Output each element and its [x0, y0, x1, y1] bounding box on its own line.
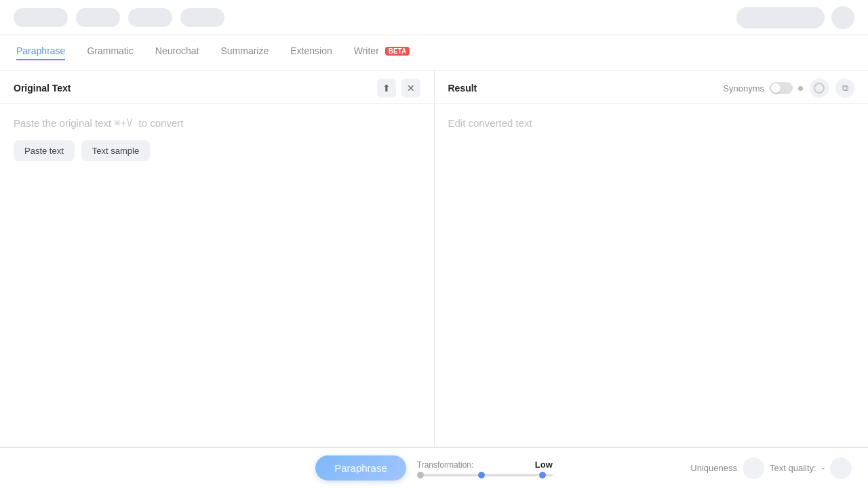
left-panel-header: Original Text ⬆ ✕ [0, 70, 434, 104]
placeholder-text-start: Paste the original text [14, 117, 111, 129]
original-text-panel: Original Text ⬆ ✕ Paste the original tex… [0, 70, 435, 447]
quality-label: Text quality: [770, 463, 816, 473]
clear-button[interactable]: ✕ [401, 79, 420, 98]
quality-value: - [822, 463, 825, 473]
right-header-actions: Synonyms ⧉ [723, 79, 854, 98]
circle-icon [814, 83, 825, 94]
nav-pill-2[interactable] [76, 8, 120, 27]
slider-dot-2 [478, 472, 485, 479]
right-panel-header: Result Synonyms ⧉ [435, 70, 869, 104]
transformation-slider[interactable] [417, 474, 553, 476]
right-panel-body[interactable]: Edit converted text [435, 104, 869, 447]
original-text-title: Original Text [14, 83, 71, 94]
slider-dot-1 [417, 472, 424, 479]
upload-icon: ⬆ [382, 83, 391, 94]
result-action-btn-1[interactable] [810, 79, 829, 98]
right-placeholder: Edit converted text [448, 117, 855, 129]
action-buttons: Paste text Text sample [14, 140, 420, 161]
toolbar-center: Paraphrase Transformation: Low [315, 455, 553, 481]
toggle-thumb [771, 83, 781, 93]
tabs-bar: Paraphrase Grammatic Neurochat Summarize… [0, 35, 868, 70]
paraphrase-button[interactable]: Paraphrase [315, 455, 406, 481]
transformation-value: Low [535, 460, 553, 470]
top-navigation [0, 0, 868, 35]
tab-summarize[interactable]: Summarize [220, 45, 269, 60]
main-content: Original Text ⬆ ✕ Paste the original tex… [0, 70, 868, 488]
result-panel: Result Synonyms ⧉ [435, 70, 869, 447]
nav-right-group [736, 6, 854, 29]
paste-text-button[interactable]: Paste text [14, 140, 75, 161]
transformation-section: Transformation: Low [417, 460, 553, 476]
result-action-btn-2[interactable]: ⧉ [835, 79, 854, 98]
placeholder-text-end: to convert [139, 117, 184, 129]
tab-writer[interactable]: Writer BETA [354, 45, 410, 60]
bottom-toolbar: Paraphrase Transformation: Low Uniquenes… [0, 447, 868, 488]
keyboard-shortcut: ⌘+V [114, 117, 138, 129]
nav-pills-group [14, 8, 224, 27]
synonyms-toggle[interactable] [770, 82, 793, 94]
synonyms-row: Synonyms [723, 82, 803, 94]
uniqueness-label: Uniqueness [690, 463, 737, 473]
tab-extension[interactable]: Extension [290, 45, 332, 60]
text-sample-button[interactable]: Text sample [81, 140, 150, 161]
beta-badge: BETA [385, 47, 410, 56]
close-icon: ✕ [407, 83, 415, 94]
toolbar-right: Uniqueness Text quality: - [553, 458, 852, 479]
slider-dot-3 [539, 472, 546, 479]
tab-paraphrase[interactable]: Paraphrase [16, 45, 65, 60]
nav-pill-1[interactable] [14, 8, 68, 27]
quality-indicator [830, 458, 852, 479]
uniqueness-indicator [743, 458, 764, 479]
left-panel-body[interactable]: Paste the original text ⌘+V to convert P… [0, 104, 434, 447]
nav-pill-3[interactable] [128, 8, 172, 27]
transformation-label: Transformation: [417, 460, 474, 470]
dot-indicator [798, 86, 803, 91]
user-avatar[interactable] [831, 6, 854, 29]
tab-grammatic[interactable]: Grammatic [87, 45, 133, 60]
tab-writer-label: Writer [354, 45, 379, 56]
copy-icon: ⧉ [842, 83, 848, 94]
left-placeholder: Paste the original text ⌘+V to convert [14, 117, 420, 129]
upload-button[interactable]: ⬆ [377, 79, 396, 98]
tab-neurochat[interactable]: Neurochat [155, 45, 199, 60]
transformation-header: Transformation: Low [417, 460, 553, 470]
editor-panels: Original Text ⬆ ✕ Paste the original tex… [0, 70, 868, 447]
nav-pill-4[interactable] [180, 8, 224, 27]
get-access-button[interactable] [736, 7, 825, 28]
synonyms-label: Synonyms [723, 83, 764, 94]
result-title: Result [448, 83, 477, 94]
left-header-actions: ⬆ ✕ [377, 79, 420, 98]
